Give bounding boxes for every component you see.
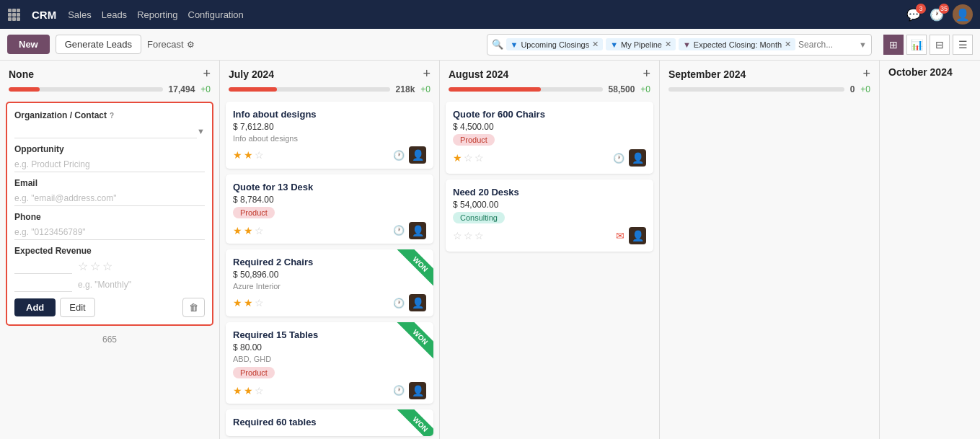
list-view-button[interactable]: ⊟ (930, 35, 950, 55)
clock-icon: 🕐 (613, 153, 624, 164)
column-august-add-icon[interactable]: + (643, 66, 650, 81)
column-august-title: August 2024 (449, 68, 508, 80)
add-button[interactable]: Add (14, 298, 56, 316)
card-stars: ★ ★ ☆ (233, 385, 264, 396)
column-september-amount: 0 (850, 84, 855, 94)
card-required-60tables[interactable]: WON Required 60 tables (226, 409, 433, 436)
activity-count: 35 (939, 4, 949, 14)
card-icons: 🕐 👤 (393, 146, 426, 164)
filter-close-icon[interactable]: ✕ (592, 40, 599, 49)
star-2: ★ (244, 149, 253, 161)
column-september-add-icon[interactable]: + (862, 66, 870, 81)
card-quote-600chairs[interactable]: Quote for 600 Chairs $ 4,500.00 Product … (446, 102, 653, 174)
crm-title: CRM (32, 9, 56, 21)
column-none-add-icon[interactable]: + (203, 66, 211, 81)
filter-close-icon-3[interactable]: ✕ (785, 40, 791, 49)
star-2[interactable]: ☆ (90, 260, 100, 273)
org-contact-input[interactable] (14, 123, 197, 138)
card-amount: $ 54,000.00 (453, 200, 646, 210)
column-august-stats: 58,500 +0 (440, 84, 659, 99)
filter-upcoming-closings[interactable]: ▼ Upcoming Closings ✕ (506, 38, 604, 50)
email-label: Email (14, 178, 205, 188)
column-august-plus: +0 (640, 84, 650, 94)
card-footer: ☆ ☆ ☆ ✉ 👤 (453, 227, 646, 244)
column-none-progress (9, 87, 163, 92)
card-icons: ✉ 👤 (616, 227, 646, 244)
card-need-20desks[interactable]: Need 20 Desks $ 54,000.00 Consulting ☆ ☆… (446, 179, 653, 252)
monthly-row: $ 0.00 e.g. "Monthly" (14, 277, 205, 292)
org-contact-input-row: ▼ (14, 123, 205, 138)
svg-rect-1 (12, 9, 16, 12)
edit-button[interactable]: Edit (60, 298, 94, 317)
nav-links: Sales Leads Reporting Configuration (68, 9, 244, 20)
user-avatar[interactable]: 👤 (953, 4, 973, 25)
tag-product: Product (233, 367, 275, 378)
filter-label-2: My Pipeline (621, 40, 662, 49)
card-avatar: 👤 (409, 382, 426, 399)
delete-button[interactable]: 🗑 (182, 298, 205, 317)
card-quote-13desk[interactable]: Quote for 13 Desk $ 8,784.00 Product ★ ★… (226, 174, 433, 244)
monthly-placeholder: e.g. "Monthly" (78, 280, 131, 290)
app-grid-icon[interactable] (7, 8, 20, 21)
star-1: ★ (233, 297, 242, 309)
card-required-2chairs[interactable]: WON Required 2 Chairs $ 50,896.00 Azure … (226, 249, 433, 316)
star-3: ☆ (255, 385, 264, 396)
star-2: ★ (244, 297, 253, 309)
star-1[interactable]: ☆ (78, 260, 88, 273)
card-required-15tables[interactable]: WON Required 15 Tables $ 80.00 ABD, GHD … (226, 322, 433, 404)
star-1: ★ (233, 149, 242, 161)
card-icons: 🕐 👤 (613, 149, 646, 167)
nav-configuration[interactable]: Configuration (188, 9, 244, 20)
org-contact-row: Organization / Contact ? ▼ (14, 110, 205, 138)
opportunity-input[interactable] (14, 157, 205, 172)
gear-icon[interactable]: ⚙ (187, 40, 195, 50)
star-1: ☆ (453, 230, 462, 241)
card-stars: ★ ★ ☆ (233, 297, 264, 309)
kanban-view-button[interactable]: ⊞ (883, 35, 904, 55)
card-amount: $ 50,896.00 (233, 270, 426, 280)
nav-sales[interactable]: Sales (68, 9, 92, 20)
search-input[interactable] (798, 40, 856, 50)
card-info-designs[interactable]: Info about designs $ 7,612.80 Info about… (226, 102, 433, 169)
card-stars: ☆ ☆ ☆ (453, 230, 484, 241)
filter-close-icon-2[interactable]: ✕ (665, 40, 671, 49)
card-sub: Azure Interior (233, 282, 426, 291)
nav-leads[interactable]: Leads (102, 9, 127, 20)
nav-reporting[interactable]: Reporting (137, 9, 177, 20)
filter-expected-closing[interactable]: ▼ Expected Closing: Month ✕ (679, 38, 795, 50)
search-dropdown-icon[interactable]: ▼ (859, 40, 867, 49)
monthly-input[interactable]: $ 0.00 (14, 277, 72, 292)
card-title: Quote for 13 Desk (233, 182, 426, 192)
card-stars: ★ ★ ☆ (233, 225, 264, 236)
star-2: ☆ (464, 230, 473, 241)
column-july-progress (229, 87, 390, 92)
star-3: ☆ (255, 149, 264, 161)
forecast-link[interactable]: Forecast ⚙ (147, 39, 195, 50)
phone-input[interactable] (14, 225, 205, 240)
expected-revenue-label: Expected Revenue (14, 246, 205, 256)
svg-rect-8 (17, 17, 20, 21)
org-contact-dropdown-icon[interactable]: ▼ (197, 127, 205, 136)
card-footer: ★ ☆ ☆ 🕐 👤 (453, 149, 646, 167)
svg-rect-0 (8, 9, 12, 12)
column-september-title: September 2024 (668, 68, 746, 80)
star-3: ☆ (474, 152, 484, 164)
card-footer: ★ ★ ☆ 🕐 👤 (233, 382, 426, 399)
column-july-add-icon[interactable]: + (423, 66, 431, 81)
star-3[interactable]: ☆ (102, 260, 112, 273)
filter-label: Upcoming Closings (521, 40, 589, 49)
revenue-row: Expected Revenue $ 0.00 ☆ ☆ ☆ $ 0.00 e.g… (14, 246, 205, 292)
filter-my-pipeline[interactable]: ▼ My Pipeline ✕ (606, 38, 676, 50)
activity-icon[interactable]: 🕐 35 (930, 8, 944, 22)
svg-rect-7 (12, 17, 16, 21)
table-view-button[interactable]: ☰ (953, 35, 973, 55)
graph-view-button[interactable]: 📊 (906, 35, 927, 55)
card-tags: Product (453, 134, 646, 146)
new-button[interactable]: New (7, 35, 50, 54)
revenue-input[interactable]: $ 0.00 (14, 259, 72, 274)
generate-leads-button[interactable]: Generate Leads (56, 35, 141, 54)
email-input[interactable] (14, 191, 205, 206)
nav-icons: 💬 3 🕐 35 👤 (906, 4, 973, 25)
card-footer: ★ ★ ☆ 🕐 👤 (233, 146, 426, 164)
messages-icon[interactable]: 💬 3 (906, 8, 921, 22)
